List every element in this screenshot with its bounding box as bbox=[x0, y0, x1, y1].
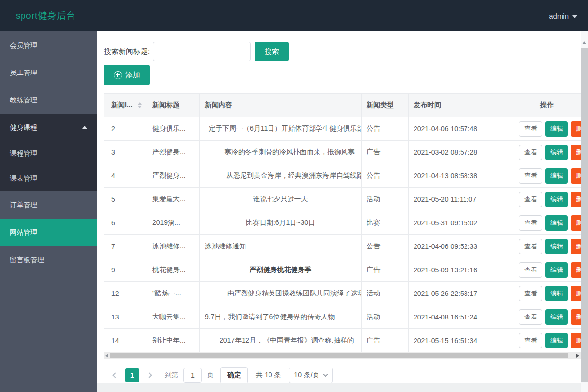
cell-news-title: "酷炼一... bbox=[147, 282, 200, 305]
cell-publish-time: 2021-05-09 13:21:16 bbox=[409, 258, 504, 282]
confirm-button[interactable]: 确定 bbox=[220, 367, 248, 384]
edit-button[interactable]: 编辑 bbox=[545, 286, 568, 301]
cell-news-id: 6 bbox=[104, 211, 147, 235]
search-button[interactable]: 搜索 bbox=[255, 42, 289, 61]
add-button[interactable]: 添加 bbox=[104, 65, 150, 85]
cell-news-id: 7 bbox=[104, 235, 147, 258]
sidebar-item-coaches[interactable]: 教练管理 bbox=[0, 86, 97, 114]
cell-news-id: 12 bbox=[104, 282, 147, 305]
cell-actions: 查看编辑删除 bbox=[504, 235, 581, 258]
page-number-button[interactable]: 1 bbox=[125, 368, 139, 382]
delete-button[interactable]: 删除 bbox=[571, 121, 581, 137]
col-news-id[interactable]: 新闻I... bbox=[104, 94, 147, 117]
cell-publish-time: 2021-05-15 16:51:34 bbox=[409, 329, 504, 352]
view-button[interactable]: 查看 bbox=[519, 286, 542, 301]
table-body: 2健身俱乐...定于下周一（6月11日）开始体育部学生健身俱乐部活动公告2021… bbox=[104, 117, 581, 352]
view-button[interactable]: 查看 bbox=[519, 145, 542, 160]
edit-button[interactable]: 编辑 bbox=[545, 333, 568, 348]
view-button[interactable]: 查看 bbox=[519, 333, 542, 348]
delete-button[interactable]: 删除 bbox=[571, 262, 581, 278]
horizontal-scrollbar[interactable] bbox=[104, 352, 581, 359]
table-row: 7泳池维修...泳池维修通知公告2021-04-06 09:52:33查看编辑删… bbox=[104, 235, 581, 258]
cell-news-content: 由严烈健身精英团操教练团队共同演绎了这场 bbox=[200, 282, 362, 305]
sidebar: 会员管理 员工管理 教练管理 健身课程 课程管理 课表管理 订单管理 网站管理 … bbox=[0, 31, 97, 392]
cell-news-content: 谁说七夕只过一天 bbox=[200, 188, 362, 211]
table-row: 12"酷炼一...由严烈健身精英团操教练团队共同演绎了这场活动2021-05-2… bbox=[104, 282, 581, 305]
sidebar-item-schedule-mgmt[interactable]: 课表管理 bbox=[0, 166, 97, 191]
cell-news-content: 泳池维修通知 bbox=[200, 235, 362, 258]
app-header: sport健身后台 admin bbox=[0, 0, 588, 31]
chevron-up-icon bbox=[82, 126, 87, 129]
view-button[interactable]: 查看 bbox=[519, 215, 542, 231]
scroll-left-icon[interactable] bbox=[105, 354, 108, 358]
sidebar-item-course-mgmt[interactable]: 课程管理 bbox=[0, 141, 97, 166]
delete-button[interactable]: 删除 bbox=[571, 309, 581, 325]
cell-news-id: 9 bbox=[104, 258, 147, 282]
cell-publish-time: 2021-05-20 11:11:07 bbox=[409, 188, 504, 211]
cell-news-type: 公告 bbox=[362, 117, 409, 141]
view-button[interactable]: 查看 bbox=[519, 168, 542, 184]
cell-news-type: 活动 bbox=[362, 188, 409, 211]
edit-button[interactable]: 编辑 bbox=[545, 215, 568, 231]
scroll-up-icon[interactable] bbox=[582, 41, 586, 44]
edit-button[interactable]: 编辑 bbox=[545, 192, 568, 207]
page-unit-label: 页 bbox=[207, 371, 214, 380]
sort-icon[interactable] bbox=[138, 102, 142, 108]
edit-button[interactable]: 编辑 bbox=[545, 309, 568, 325]
edit-button[interactable]: 编辑 bbox=[545, 121, 568, 137]
view-button[interactable]: 查看 bbox=[519, 121, 542, 137]
delete-button[interactable]: 删除 bbox=[571, 239, 581, 254]
vertical-scrollbar[interactable] bbox=[581, 31, 588, 392]
edit-button[interactable]: 编辑 bbox=[545, 239, 568, 254]
delete-button[interactable]: 删除 bbox=[571, 168, 581, 184]
user-name: admin bbox=[549, 12, 569, 20]
cell-news-content: 比赛日期:6月1日~30日 bbox=[200, 211, 362, 235]
sidebar-item-website[interactable]: 网站管理 bbox=[0, 219, 97, 246]
total-count-label: 共 10 条 bbox=[256, 371, 281, 380]
edit-button[interactable]: 编辑 bbox=[545, 145, 568, 160]
delete-button[interactable]: 删除 bbox=[571, 215, 581, 231]
user-menu[interactable]: admin bbox=[549, 12, 577, 20]
cell-actions: 查看编辑删除 bbox=[504, 329, 581, 352]
scroll-right-icon[interactable] bbox=[576, 354, 579, 358]
horizontal-scrollbar-thumb[interactable] bbox=[110, 353, 568, 358]
sidebar-item-message-board[interactable]: 留言板管理 bbox=[0, 246, 97, 273]
delete-button[interactable]: 删除 bbox=[571, 333, 581, 348]
pagination: 1 到第 页 确定 共 10 条 10 条/页 bbox=[108, 367, 588, 384]
cell-news-title: 集爱赢大... bbox=[147, 188, 200, 211]
view-button[interactable]: 查看 bbox=[519, 239, 542, 254]
next-page-button[interactable] bbox=[142, 373, 157, 377]
sidebar-item-orders[interactable]: 订单管理 bbox=[0, 191, 97, 219]
goto-page-input[interactable] bbox=[183, 368, 202, 383]
view-button[interactable]: 查看 bbox=[519, 192, 542, 207]
edit-button[interactable]: 编辑 bbox=[545, 262, 568, 278]
toolbar: 搜索新闻标题: 搜索 添加 bbox=[97, 31, 588, 85]
search-input[interactable] bbox=[153, 42, 251, 61]
vertical-scrollbar-thumb[interactable] bbox=[581, 48, 588, 382]
sidebar-item-fitness-courses[interactable]: 健身课程 bbox=[0, 114, 97, 141]
cell-news-content: 定于下周一（6月11日）开始体育部学生健身俱乐部活动 bbox=[200, 117, 362, 141]
delete-button[interactable]: 删除 bbox=[571, 192, 581, 207]
delete-button[interactable]: 删除 bbox=[571, 145, 581, 160]
cell-news-type: 公告 bbox=[362, 235, 409, 258]
page-size-select[interactable]: 10 条/页 bbox=[289, 368, 332, 383]
cell-news-type: 广告 bbox=[362, 329, 409, 352]
cell-news-title: 泳池维修... bbox=[147, 235, 200, 258]
app-logo: sport健身后台 bbox=[16, 9, 76, 22]
chevron-down-icon bbox=[572, 15, 577, 18]
cell-publish-time: 2021-04-06 09:52:33 bbox=[409, 235, 504, 258]
cell-publish-time: 2021-05-26 22:53:17 bbox=[409, 282, 504, 305]
view-button[interactable]: 查看 bbox=[519, 309, 542, 325]
search-label: 搜索新闻标题: bbox=[104, 47, 150, 56]
cell-news-type: 活动 bbox=[362, 282, 409, 305]
delete-button[interactable]: 删除 bbox=[571, 286, 581, 301]
view-button[interactable]: 查看 bbox=[519, 262, 542, 278]
cell-news-content: 2017年12月，《中国青年报》调查称,抽样的 bbox=[200, 329, 362, 352]
cell-news-content: 寒冷的冬季刺骨的冷风扑面而来，抵御风寒 bbox=[200, 141, 362, 164]
col-publish-time: 发布时间 bbox=[409, 94, 504, 117]
edit-button[interactable]: 编辑 bbox=[545, 168, 568, 184]
sidebar-item-members[interactable]: 会员管理 bbox=[0, 31, 97, 59]
col-actions: 操作 bbox=[504, 94, 581, 117]
prev-page-button[interactable] bbox=[108, 373, 122, 377]
sidebar-item-staff[interactable]: 员工管理 bbox=[0, 59, 97, 86]
